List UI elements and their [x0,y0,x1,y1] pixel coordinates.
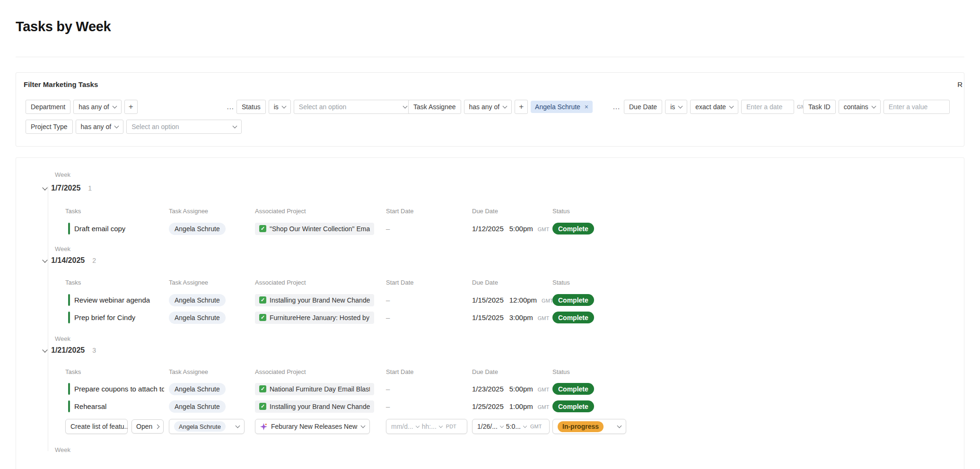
column-headers: Tasks Task Assignee Associated Project S… [65,368,964,375]
project-cell[interactable]: ✓ National Furniture Day Email Blast [255,383,386,395]
due-date-cell[interactable]: 1/15/2025 3:00pm GMT [472,313,552,321]
assignee-filter-chip[interactable]: Angela Schrute × [531,101,593,113]
filter-field-task-id[interactable]: Task ID [803,100,836,114]
group-header[interactable]: 1/21/2025 3 [16,343,964,357]
status-cell[interactable]: Complete [552,400,964,412]
column-header-status: Status [552,368,964,375]
start-date-edit-cell: mm/d... hh:... PDT [386,419,472,434]
chevron-down-icon [729,104,734,109]
collapse-chevron-icon[interactable] [42,185,47,190]
operator-label: has any of [469,103,500,111]
task-name-cell[interactable]: Review webinar agenda [65,294,169,306]
status-cell[interactable]: Complete [552,383,964,395]
remove-chip-icon[interactable]: × [585,103,588,111]
green-checkbox-icon: ✓ [259,385,266,392]
chevron-down-icon [402,104,407,109]
start-date-cell[interactable]: – [386,296,472,304]
status-select[interactable]: In-progress [552,419,626,434]
filter-task-assignee: Task Assignee has any of + Angela Schrut… [408,100,621,114]
due-date-editor[interactable]: 1/26/... 5:0... GMT [472,419,550,434]
start-date-editor[interactable]: mm/d... hh:... PDT [386,419,467,434]
open-record-button[interactable]: Open [131,419,164,434]
filter-operator-task-id[interactable]: contains [839,100,881,114]
filter-field-department[interactable]: Department [26,100,70,114]
status-cell[interactable]: Complete [552,294,964,306]
assignee-select[interactable]: Angela Schrute [169,419,245,434]
operator-label: is [274,103,279,111]
due-date-value: 1/15/2025 [472,313,504,321]
project-select[interactable]: Feburary New Releases Newslette [255,419,370,434]
filter-panel-title: Filter Marketing Tasks [24,80,98,88]
task-name-cell[interactable]: Prepare coupons to attach to ... [65,383,169,395]
group-header[interactable]: 1/7/2025 1 [16,181,964,195]
filter-operator-department[interactable]: has any of [73,100,122,114]
filter-operator-status[interactable]: is [269,100,291,114]
assignee-chip: Angela Schrute [169,383,226,395]
due-date-cell[interactable]: 1/15/2025 12:00pm GMT [472,296,552,304]
status-badge: Complete [552,312,594,323]
collapse-chevron-icon[interactable] [42,257,47,262]
due-date-cell[interactable]: 1/23/2025 5:00pm GMT [472,385,552,393]
operator-label: is [670,103,675,111]
due-date-value: 1/15/2025 [472,296,504,304]
assignee-cell[interactable]: Angela Schrute [169,400,255,413]
timezone-label: GMT [538,315,549,321]
tasks-table: Week 1/7/2025 1 Tasks Task Assignee Asso… [16,157,964,469]
chevron-down-icon [281,104,286,109]
start-date-cell[interactable]: – [386,225,472,233]
start-date-cell[interactable]: – [386,402,472,410]
column-header-start-date: Start Date [386,208,472,215]
collapse-chevron-icon[interactable] [42,347,47,352]
filter-operator-task-assignee[interactable]: has any of [464,100,512,114]
filter-field-project-type[interactable]: Project Type [26,120,73,134]
status-cell[interactable]: Complete [552,223,964,234]
status-badge: Complete [552,223,594,234]
status-cell[interactable]: Complete [552,312,964,323]
due-date-input[interactable] [741,100,794,114]
filter-operator-due-date[interactable]: is [665,100,687,114]
task-id-input[interactable] [884,100,950,114]
project-cell[interactable]: ✓ "Shop Our Winter Collection" Email Bl [255,223,386,235]
due-date-cell[interactable]: 1/12/2025 5:00pm GMT [472,225,552,233]
filter-operator-project-type[interactable]: has any of [76,120,124,134]
timezone-label: GMT [538,226,549,232]
project-cell[interactable]: ✓ Installing your Brand New Chandelier [255,294,386,306]
filter-field-due-date[interactable]: Due Date [624,100,662,114]
group-header[interactable]: 1/14/2025 2 [16,253,964,268]
task-name-cell[interactable]: Rehearsal [65,400,169,412]
project-name: National Furniture Day Email Blast [270,385,370,393]
status-edit-cell: In-progress [552,419,964,434]
assignee-cell[interactable]: Angela Schrute [169,223,255,235]
reset-link[interactable]: R [957,80,962,88]
assignee-cell[interactable]: Angela Schrute [169,294,255,306]
department-filter-more-button[interactable]: … [227,104,235,109]
chevron-down-icon [415,424,419,427]
add-assignee-value-button[interactable]: + [515,100,528,114]
assignee-filter-more-button[interactable]: … [612,104,621,109]
assignee-cell[interactable]: Angela Schrute [169,383,255,395]
chevron-right-icon [155,424,160,429]
status-badge: Complete [552,294,594,306]
task-name-editor[interactable]: Create list of featu... [65,419,128,434]
project-cell[interactable]: ✓ Installing your Brand New Chandelier [255,400,386,413]
due-date-cell[interactable]: 1/25/2025 1:00pm GMT [472,402,552,410]
filter-field-status[interactable]: Status [236,100,266,114]
task-name-cell[interactable]: Prep brief for Cindy [65,312,169,323]
project-cell[interactable]: ✓ FurnitureHere January: Hosted by Cinc [255,312,386,324]
filter-field-task-assignee[interactable]: Task Assignee [408,100,461,114]
start-date-cell[interactable]: – [386,313,472,321]
due-time-value: 5:00pm [509,385,533,393]
group-spine-line [48,186,48,451]
record-color-bar [68,312,70,323]
due-date-mode-select[interactable]: exact date [690,100,738,114]
filter-due-date: Due Date is exact date GMT [624,100,809,114]
status-value-select[interactable]: Select an option [294,100,412,114]
open-label: Open [136,423,152,430]
project-name: Feburary New Releases Newslette [271,423,358,430]
start-date-cell[interactable]: – [386,385,472,393]
add-department-value-button[interactable]: + [124,100,138,114]
task-name: Draft email copy [74,225,125,233]
project-type-value-select[interactable]: Select an option [126,120,242,134]
task-name-cell[interactable]: Draft email copy [65,223,169,234]
assignee-cell[interactable]: Angela Schrute [169,312,255,324]
